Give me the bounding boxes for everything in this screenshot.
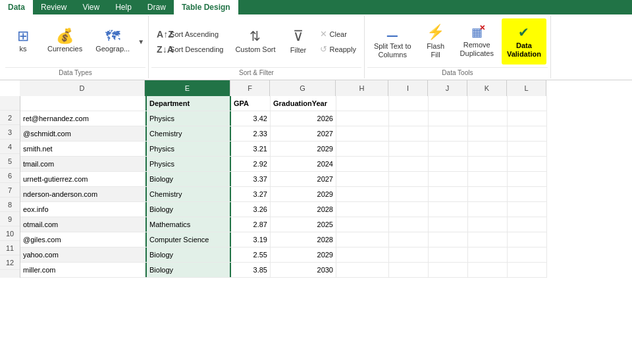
cell-l-1[interactable] [508,126,547,141]
cell-k-6[interactable] [468,202,508,217]
cell-h-1[interactable] [336,126,389,141]
cell-k-header[interactable] [468,96,508,111]
cell-k-5[interactable] [468,187,508,201]
col-header-i[interactable]: I [388,80,428,96]
cell-f-9[interactable]: 2.55 [231,247,271,262]
remove-duplicates-button[interactable]: ▦ ✕ Remove Duplicates [455,18,499,65]
cell-g-0[interactable]: 2026 [271,111,336,126]
cell-e-header[interactable]: Department [145,96,231,111]
cell-e-3[interactable]: Physics [145,157,231,171]
cell-g-7[interactable]: 2025 [271,217,336,232]
cell-i-9[interactable] [389,247,429,262]
cell-j-6[interactable] [429,202,468,217]
col-header-g[interactable]: G [270,80,336,96]
cell-j-10[interactable] [429,263,468,277]
sort-ascending-button[interactable]: A↑Z Sort Ascending [153,27,227,41]
cell-j-1[interactable] [429,126,468,141]
cell-k-2[interactable] [468,142,508,156]
cell-d-8[interactable]: @giles.com [20,232,145,247]
tab-view[interactable]: View [74,0,107,14]
cell-h-4[interactable] [336,172,389,186]
cell-j-2[interactable] [429,142,468,156]
cell-h-7[interactable] [336,217,389,232]
cell-j-3[interactable] [429,157,468,171]
col-header-h[interactable]: H [336,80,388,96]
cell-e-4[interactable]: Biology [145,172,231,186]
cell-k-9[interactable] [468,247,508,262]
col-header-d[interactable]: D [20,80,145,96]
cell-d-3[interactable]: tmail.com [20,157,145,171]
cell-h-10[interactable] [336,263,389,277]
cell-j-5[interactable] [429,187,468,201]
cell-f-header[interactable]: GPA [231,96,271,111]
cell-f-6[interactable]: 3.26 [231,202,271,217]
cell-e-2[interactable]: Physics [145,142,231,156]
cell-l-header[interactable] [508,96,547,111]
button-ks[interactable]: ⊞ ks [7,18,40,65]
cell-e-10[interactable]: Biology [145,263,231,277]
cell-j-7[interactable] [429,217,468,232]
cell-h-5[interactable] [336,187,389,201]
cell-h-0[interactable] [336,111,389,126]
button-geography[interactable]: 🗺 Geograp... [90,18,135,65]
cell-k-1[interactable] [468,126,508,141]
cell-j-0[interactable] [429,111,468,126]
cell-k-10[interactable] [468,263,508,277]
custom-sort-button[interactable]: ⇅ Custom Sort [230,18,280,65]
tab-data[interactable]: Data [0,0,33,14]
clear-button[interactable]: ✕ Clear [316,27,360,41]
cell-i-6[interactable] [389,202,429,217]
cell-d-6[interactable]: eox.info [20,202,145,217]
cell-f-10[interactable]: 3.85 [231,263,271,277]
cell-e-0[interactable]: Physics [145,111,231,126]
cell-e-6[interactable]: Biology [145,202,231,217]
cell-h-2[interactable] [336,142,389,156]
cell-l-7[interactable] [508,217,547,232]
cell-j-header[interactable] [429,96,468,111]
tab-draw[interactable]: Draw [140,0,174,14]
cell-d-7[interactable]: otmail.com [20,217,145,232]
cell-k-3[interactable] [468,157,508,171]
cell-g-9[interactable]: 2029 [271,247,336,262]
cell-h-9[interactable] [336,247,389,262]
cell-l-0[interactable] [508,111,547,126]
col-header-e[interactable]: E [145,80,230,96]
cell-e-8[interactable]: Computer Science [145,232,231,247]
cell-f-7[interactable]: 2.87 [231,217,271,232]
cell-i-3[interactable] [389,157,429,171]
cell-i-0[interactable] [389,111,429,126]
cell-j-4[interactable] [429,172,468,186]
cell-g-10[interactable]: 2030 [271,263,336,277]
cell-l-3[interactable] [508,157,547,171]
reapply-button[interactable]: ↺ Reapply [316,42,360,57]
cell-l-9[interactable] [508,247,547,262]
col-header-k[interactable]: K [467,80,507,96]
cell-f-4[interactable]: 3.37 [231,172,271,186]
cell-i-2[interactable] [389,142,429,156]
cell-g-8[interactable]: 2028 [271,232,336,247]
cell-l-4[interactable] [508,172,547,186]
cell-e-5[interactable]: Chemistry [145,187,231,201]
sort-descending-button[interactable]: Z↓A Sort Descending [153,42,227,57]
cell-g-1[interactable]: 2027 [271,126,336,141]
cell-l-6[interactable] [508,202,547,217]
col-header-l[interactable]: L [507,80,546,96]
cell-j-9[interactable] [429,247,468,262]
cell-i-header[interactable] [389,96,429,111]
cell-i-4[interactable] [389,172,429,186]
cell-e-7[interactable]: Mathematics [145,217,231,232]
cell-i-8[interactable] [389,232,429,247]
cell-d-header[interactable] [20,96,145,111]
cell-i-5[interactable] [389,187,429,201]
cell-i-7[interactable] [389,217,429,232]
cell-d-0[interactable]: ret@hernandez.com [20,111,145,126]
cell-l-10[interactable] [508,263,547,277]
split-text-button[interactable]: ⚊ Split Text to Columns [369,18,417,65]
tab-review[interactable]: Review [33,0,74,14]
cell-h-6[interactable] [336,202,389,217]
cell-g-3[interactable]: 2024 [271,157,336,171]
cell-f-2[interactable]: 3.21 [231,142,271,156]
cell-j-8[interactable] [429,232,468,247]
cell-f-0[interactable]: 3.42 [231,111,271,126]
cell-l-2[interactable] [508,142,547,156]
